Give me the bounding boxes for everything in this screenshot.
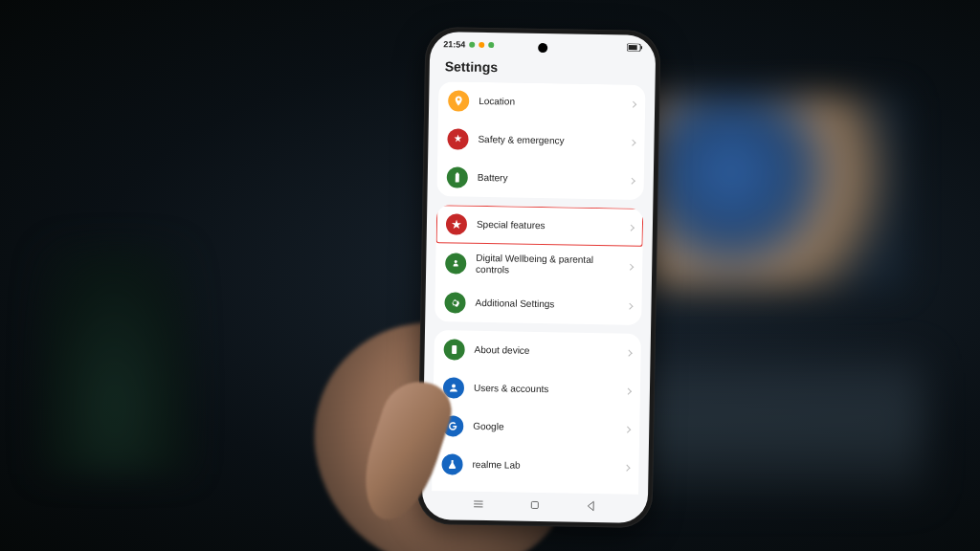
row-label: Safety & emergency [478,134,620,148]
settings-group: Location Safety & emergency Battery [436,81,645,200]
settings-row-safety[interactable]: Safety & emergency [437,120,645,162]
row-label: Users & accounts [474,383,616,397]
page-title: Settings [430,56,656,85]
settings-row-location[interactable]: Location [438,81,646,123]
chevron-right-icon [624,464,631,471]
row-label: Google [473,421,615,435]
star-icon [446,213,467,234]
row-label: Battery [478,172,620,187]
phone-frame: 21:54 Settings L [416,27,660,528]
navigation-bar [422,491,648,523]
chevron-right-icon [629,139,635,145]
row-label: Special features [477,219,619,233]
settings-row-wellbeing[interactable]: Digital Wellbeing & parental controls [435,243,643,287]
settings-list[interactable]: Location Safety & emergency Battery [422,81,655,495]
svg-point-5 [452,384,456,387]
status-indicator-icon [469,42,475,48]
settings-row-special-features[interactable]: Special features [436,205,644,247]
status-indicator-icon [488,42,494,48]
wellbeing-icon [445,253,466,274]
chevron-right-icon [627,263,634,270]
chevron-right-icon [630,100,636,107]
chevron-right-icon [628,224,635,231]
about-icon [443,339,464,360]
chevron-right-icon [626,302,633,309]
battery-icon [447,166,468,187]
settings-row-google[interactable]: Google [433,407,640,449]
gear-icon [444,292,465,313]
svg-rect-1 [629,45,637,50]
location-icon [448,90,469,111]
safety-icon [447,128,468,149]
status-indicator-icon [479,42,484,48]
row-label: About device [475,344,617,359]
svg-rect-2 [641,46,643,49]
row-label: Location [479,96,621,110]
settings-row-realme-lab[interactable]: realme Lab [432,445,639,487]
settings-row-users[interactable]: Users & accounts [434,368,641,410]
nav-back-button[interactable] [583,498,598,514]
row-label: Additional Settings [475,298,617,312]
chevron-right-icon [626,349,633,356]
svg-rect-4 [452,345,457,354]
row-label: Digital Wellbeing & parental controls [476,253,618,278]
lab-icon [441,453,462,474]
chevron-right-icon [625,387,632,394]
chevron-right-icon [629,177,635,184]
camera-hole [538,43,547,53]
background-plant [38,245,191,474]
background-monitor [616,96,903,287]
phone-screen: 21:54 Settings L [422,32,657,523]
svg-point-3 [455,260,457,263]
nav-home-button[interactable] [527,497,543,513]
svg-rect-11 [531,501,538,508]
battery-icon [627,44,642,52]
statusbar-time: 21:54 [443,39,465,49]
settings-row-battery[interactable]: Battery [436,158,644,200]
settings-group: About device Users & accounts Google [432,330,641,495]
nav-recents-button[interactable] [471,496,486,512]
row-label: realme Lab [472,459,614,474]
settings-row-additional[interactable]: Additional Settings [434,283,642,325]
settings-row-about[interactable]: About device [434,330,641,372]
chevron-right-icon [624,426,631,432]
settings-group: Special features Digital Wellbeing & par… [434,205,643,325]
